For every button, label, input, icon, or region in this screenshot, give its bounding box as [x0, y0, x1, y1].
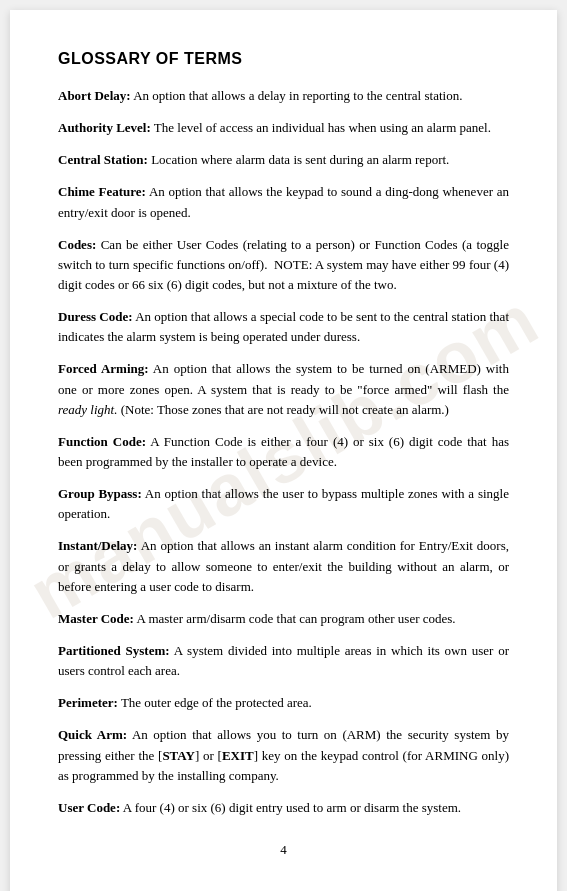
- term-name: Forced Arming:: [58, 361, 149, 376]
- term-forced-arming: Forced Arming: An option that allows the…: [58, 359, 509, 419]
- term-chime-feature: Chime Feature: An option that allows the…: [58, 182, 509, 222]
- term-body: The outer edge of the protected area.: [121, 695, 312, 710]
- page-number: 4: [58, 842, 509, 858]
- term-name: User Code:: [58, 800, 120, 815]
- term-name: Perimeter:: [58, 695, 118, 710]
- content: GLOSSARY OF TERMS Abort Delay: An option…: [58, 50, 509, 858]
- term-body: A four (4) or six (6) digit entry used t…: [123, 800, 461, 815]
- term-name: Partitioned System:: [58, 643, 170, 658]
- term-body: An option that allows a delay in reporti…: [133, 88, 462, 103]
- term-quick-arm: Quick Arm: An option that allows you to …: [58, 725, 509, 785]
- term-body: Location where alarm data is sent during…: [151, 152, 449, 167]
- bold-stay: STAY: [162, 748, 195, 763]
- page: manualslib.com GLOSSARY OF TERMS Abort D…: [10, 10, 557, 891]
- term-central-station: Central Station: Location where alarm da…: [58, 150, 509, 170]
- term-codes: Codes: Can be either User Codes (relatin…: [58, 235, 509, 295]
- term-authority-level: Authority Level: The level of access an …: [58, 118, 509, 138]
- term-name: Group Bypass:: [58, 486, 142, 501]
- term-partitioned-system: Partitioned System: A system divided int…: [58, 641, 509, 681]
- page-title: GLOSSARY OF TERMS: [58, 50, 509, 68]
- italic-text: ready light.: [58, 402, 117, 417]
- term-user-code: User Code: A four (4) or six (6) digit e…: [58, 798, 509, 818]
- bold-exit: EXIT: [222, 748, 254, 763]
- term-master-code: Master Code: A master arm/disarm code th…: [58, 609, 509, 629]
- term-perimeter: Perimeter: The outer edge of the protect…: [58, 693, 509, 713]
- term-name: Authority Level:: [58, 120, 151, 135]
- term-name: Instant/Delay:: [58, 538, 137, 553]
- term-group-bypass: Group Bypass: An option that allows the …: [58, 484, 509, 524]
- term-name: Central Station:: [58, 152, 148, 167]
- term-name: Chime Feature:: [58, 184, 146, 199]
- term-body: The level of access an individual has wh…: [154, 120, 491, 135]
- term-body: A master arm/disarm code that can progra…: [136, 611, 455, 626]
- term-name: Quick Arm:: [58, 727, 127, 742]
- term-duress-code: Duress Code: An option that allows a spe…: [58, 307, 509, 347]
- term-name: Abort Delay:: [58, 88, 131, 103]
- term-instant-delay: Instant/Delay: An option that allows an …: [58, 536, 509, 596]
- term-name: Duress Code:: [58, 309, 133, 324]
- term-name: Codes:: [58, 237, 96, 252]
- term-function-code: Function Code: A Function Code is either…: [58, 432, 509, 472]
- term-name: Master Code:: [58, 611, 134, 626]
- term-body: Can be either User Codes (relating to a …: [58, 237, 509, 292]
- term-name: Function Code:: [58, 434, 146, 449]
- term-abort-delay: Abort Delay: An option that allows a del…: [58, 86, 509, 106]
